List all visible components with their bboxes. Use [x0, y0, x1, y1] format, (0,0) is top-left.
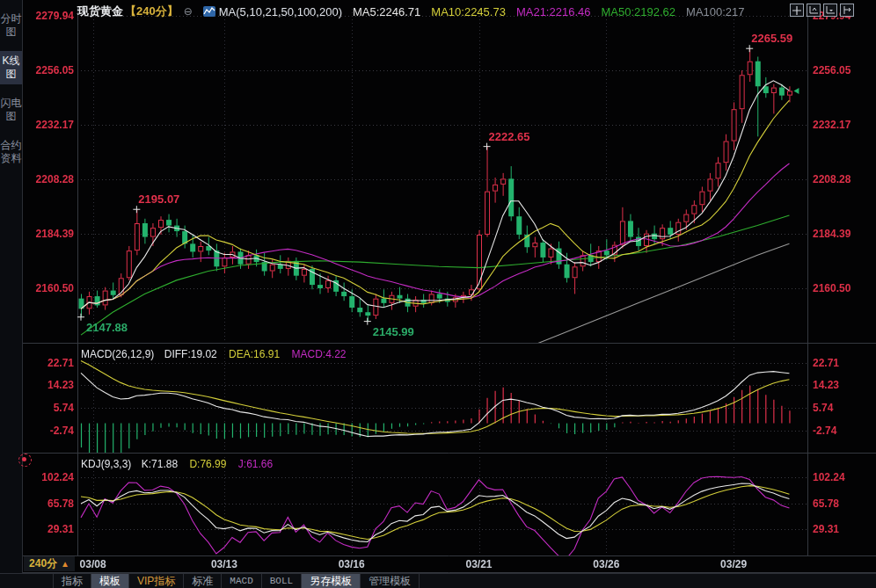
price-annotation-3: 2222.65	[489, 130, 530, 143]
ma-value-3: MA50:2192.62	[601, 5, 675, 18]
toolbar-item-0[interactable]: 指标	[54, 574, 91, 588]
price-annotation-0: 2147.88	[86, 321, 128, 334]
kdj-pane-header: KDJ(9,3,3) K:71.88 D:76.99 J:61.66	[81, 458, 273, 470]
price-axis-label-right-5: 2160.50	[813, 282, 867, 294]
macd-macd-value: MACD:4.22	[291, 348, 346, 360]
macd-axis-label-left-1: 14.23	[25, 379, 74, 391]
chart-header: 现货黄金 【240分】 ⊖ MA(5,10,21,50,100,200) MA5…	[22, 0, 876, 23]
pane-export-icon[interactable]	[840, 4, 854, 17]
toolbar-item-3[interactable]: 标准	[184, 574, 222, 588]
ma-indicator-icon[interactable]	[203, 6, 215, 17]
price-annotation-1: 2195.07	[138, 192, 179, 206]
macd-axis-label-left-0: 22.71	[25, 357, 74, 369]
ma-value-4: MA100:217	[686, 5, 745, 18]
date-label-3: 03/21	[451, 558, 507, 570]
price-axis-label-left-3: 2208.28	[25, 173, 74, 185]
kdj-axis-label-left-0: 102.24	[25, 471, 74, 483]
macd-axis-label-right-0: 22.71	[813, 357, 867, 369]
kdj-k-value: K:71.88	[142, 458, 178, 470]
collapse-icon[interactable]: ⊖	[184, 5, 193, 18]
bottom-toolbar: 指标模板VIP指标标准MACDBOLL另存模板管理模板	[0, 573, 876, 588]
date-label-1: 03/13	[196, 558, 252, 570]
trading-app-window: 分时图K线图闪电图合约资料 现货黄金 【240分】 ⊖ MA(5,10,21,5…	[0, 0, 876, 588]
pane-tool-icons	[787, 4, 854, 17]
macd-pane-header: MACD(26,12,9) DIFF:19.02 DEA:16.91 MACD:…	[81, 348, 347, 360]
price-annotation-4: 2265.59	[751, 32, 792, 45]
sidebar-tab-1[interactable]: K线图	[0, 51, 22, 84]
chart-type-sidebar: 分时图K线图闪电图合约资料	[0, 0, 23, 573]
date-label-5: 03/29	[705, 558, 762, 570]
pane-axis-right-icon[interactable]	[823, 4, 837, 17]
toolbar-item-5[interactable]: BOLL	[262, 574, 302, 588]
ma-value-1: MA10:2245.73	[431, 5, 506, 18]
macd-axis-label-left-3: -2.74	[25, 425, 74, 437]
macd-axis-label-right-3: -2.74	[813, 425, 867, 437]
macd-name: MACD(26,12,9)	[81, 348, 154, 360]
kdj-axis-label-left-2: 29.31	[25, 523, 74, 535]
toolbar-item-7[interactable]: 管理模板	[361, 574, 420, 588]
ma-value-2: MA21:2216.46	[516, 5, 591, 18]
price-axis-label-right-1: 2256.05	[813, 64, 867, 76]
price-axis-label-left-4: 2184.39	[25, 228, 74, 240]
chart-canvas[interactable]	[0, 0, 876, 588]
macd-axis-label-right-2: 5.74	[813, 402, 867, 414]
price-axis-label-left-2: 2232.17	[25, 119, 74, 131]
move-crosshair-icon[interactable]	[790, 4, 804, 17]
price-axis-label-right-3: 2208.28	[813, 173, 867, 185]
kdj-name: KDJ(9,3,3)	[81, 458, 131, 470]
period-label: 【240分】	[125, 4, 179, 19]
macd-axis-label-right-1: 14.23	[813, 379, 867, 391]
date-label-2: 03/16	[324, 558, 380, 570]
macd-axis-label-left-2: 5.74	[25, 402, 74, 414]
ma-value-0: MA5:2246.71	[353, 5, 420, 18]
price-axis-label-right-4: 2184.39	[813, 228, 867, 240]
sidebar-tab-2[interactable]: 闪电图	[0, 93, 22, 127]
kdj-settings-icon[interactable]	[18, 454, 32, 467]
toolbar-item-6[interactable]: 另存模板	[302, 574, 361, 588]
toolbar-item-1[interactable]: 模板	[91, 574, 129, 588]
kdj-axis-label-right-2: 29.31	[813, 523, 867, 535]
price-axis-label-left-1: 2256.05	[25, 64, 74, 76]
ma-values: MA5:2246.71MA10:2245.73MA21:2216.46MA50:…	[342, 5, 745, 18]
ma-formula: MA(5,10,21,50,100,200)	[219, 5, 342, 18]
kdj-axis-label-right-1: 65.78	[813, 497, 867, 510]
sidebar-tab-3[interactable]: 合约资料	[0, 135, 22, 169]
period-selector-label: 240分	[29, 556, 57, 571]
sidebar-tab-0[interactable]: 分时图	[0, 9, 22, 42]
macd-dea-value: DEA:16.91	[229, 348, 280, 360]
price-annotation-2: 2145.99	[373, 325, 414, 338]
instrument-title: 现货黄金	[77, 4, 123, 19]
toolbar-item-4[interactable]: MACD	[222, 574, 261, 588]
period-selector[interactable]: 240分 ▲	[24, 556, 75, 571]
price-axis-label-left-5: 2160.50	[25, 282, 74, 294]
toolbar-item-2[interactable]: VIP指标	[129, 574, 184, 588]
pane-axis-up-icon[interactable]	[807, 4, 821, 17]
price-axis-label-right-2: 2232.17	[813, 119, 867, 131]
period-arrow-icon: ▲	[61, 559, 69, 569]
kdj-j-value: J:61.66	[238, 458, 273, 470]
kdj-d-value: D:76.99	[189, 458, 226, 470]
kdj-axis-label-right-0: 102.24	[813, 471, 867, 483]
kdj-axis-label-left-1: 65.78	[25, 497, 74, 510]
macd-diff-value: DIFF:19.02	[164, 348, 217, 360]
date-label-4: 03/26	[578, 558, 634, 570]
toolbar-spacer	[0, 574, 54, 588]
